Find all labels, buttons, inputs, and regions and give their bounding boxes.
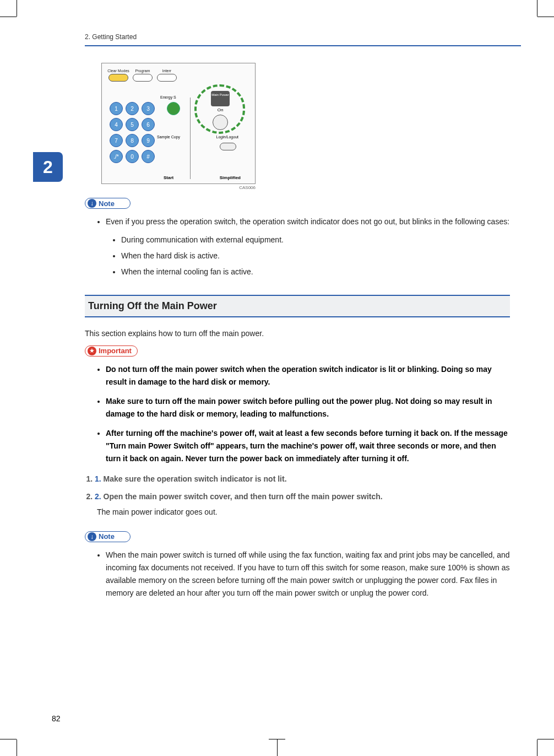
panel-divider bbox=[190, 98, 191, 179]
crop-mark bbox=[537, 17, 554, 17]
steps-list: 1. Make sure the operation switch indica… bbox=[95, 473, 510, 519]
important-item: Make sure to turn off the main power swi… bbox=[106, 395, 510, 420]
note-label: Note bbox=[99, 199, 115, 208]
interrupt-label: Interr bbox=[156, 69, 178, 96]
note-label: Note bbox=[99, 532, 115, 541]
important-badge: ★ Important bbox=[85, 345, 138, 357]
key-6: 6 bbox=[142, 118, 155, 131]
note1-item: Even if you press the operation switch, … bbox=[106, 215, 510, 278]
main-power-area: Main Power On bbox=[199, 88, 242, 132]
crop-mark bbox=[17, 739, 17, 756]
down-arrow-icon: ↓ bbox=[88, 199, 96, 208]
crop-mark bbox=[0, 17, 17, 17]
section-heading: Turning Off the Main Power bbox=[85, 295, 510, 317]
star-icon: ★ bbox=[88, 347, 96, 355]
crop-mark bbox=[0, 739, 17, 739]
note2-item: When the main power switch is turned off… bbox=[106, 549, 510, 600]
keypad: 1 2 3 4 5 6 7 8 9 ./* 0 # bbox=[110, 102, 155, 163]
key-8: 8 bbox=[126, 134, 139, 147]
step-number: 1. bbox=[95, 474, 101, 483]
down-arrow-icon: ↓ bbox=[88, 532, 96, 541]
energy-saver-button-icon bbox=[167, 102, 180, 115]
login-logout-button-icon bbox=[220, 143, 236, 150]
note1-subitem: When the internal cooling fan is active. bbox=[121, 266, 510, 278]
login-logout-label: Login/Logout bbox=[216, 135, 238, 139]
running-header: 2. Getting Started bbox=[85, 33, 521, 46]
crop-mark bbox=[537, 739, 537, 756]
step-number: 2. bbox=[95, 492, 101, 501]
crop-mark bbox=[537, 0, 537, 17]
note-badge: ↓ Note bbox=[85, 198, 131, 209]
page-number: 82 bbox=[52, 714, 61, 723]
highlight-callout-icon bbox=[194, 84, 245, 134]
key-5: 5 bbox=[126, 118, 139, 131]
important-label: Important bbox=[99, 347, 132, 355]
important-list: Do not turn off the main power switch wh… bbox=[106, 363, 510, 466]
step-2: 2. Open the main power switch cover, and… bbox=[95, 490, 510, 519]
program-label: Program bbox=[132, 69, 154, 96]
step-text: Make sure the operation switch indicator… bbox=[104, 474, 287, 483]
clear-modes-label: Clear Modes bbox=[107, 69, 129, 96]
step-subtext: The main power indicator goes out. bbox=[97, 506, 510, 519]
crop-mark bbox=[17, 0, 17, 17]
step-text: Open the main power switch cover, and th… bbox=[104, 492, 383, 501]
note1-subitem: During communication with external equip… bbox=[121, 234, 510, 246]
simplified-label: Simplified bbox=[220, 175, 241, 180]
sample-copy-label: Sample Copy bbox=[157, 135, 180, 139]
clear-modes-button-icon bbox=[108, 74, 128, 82]
key-7: 7 bbox=[110, 134, 123, 147]
crop-mark bbox=[277, 739, 278, 756]
step-1: 1. Make sure the operation switch indica… bbox=[95, 473, 510, 486]
key-star: ./* bbox=[110, 150, 123, 163]
key-1: 1 bbox=[110, 102, 123, 115]
key-9: 9 bbox=[142, 134, 155, 147]
start-label: Start bbox=[164, 175, 173, 180]
energy-saver-label: Energy S bbox=[160, 95, 176, 99]
note-badge: ↓ Note bbox=[85, 531, 131, 542]
interrupt-button-icon bbox=[157, 74, 177, 82]
key-3: 3 bbox=[142, 102, 155, 115]
key-4: 4 bbox=[110, 118, 123, 131]
crop-mark bbox=[537, 739, 554, 739]
note2-list: When the main power switch is turned off… bbox=[106, 549, 510, 600]
section-intro: This section explains how to turn off th… bbox=[85, 327, 510, 339]
key-2: 2 bbox=[126, 102, 139, 115]
key-hash: # bbox=[142, 150, 155, 163]
note1-subitem: When the hard disk is active. bbox=[121, 250, 510, 262]
program-button-icon bbox=[133, 74, 153, 82]
chapter-tab: 2 bbox=[33, 152, 63, 182]
important-item: Do not turn off the main power switch wh… bbox=[106, 363, 510, 388]
note1-sublist: During communication with external equip… bbox=[121, 234, 510, 278]
important-item: After turning off the machine's power of… bbox=[106, 427, 510, 465]
key-0: 0 bbox=[126, 150, 139, 163]
control-panel-figure: Clear Modes Program Interr Energy S 1 2 … bbox=[101, 63, 256, 184]
figure-caption: CAS006 bbox=[101, 185, 256, 190]
note1-list: Even if you press the operation switch, … bbox=[106, 215, 510, 278]
